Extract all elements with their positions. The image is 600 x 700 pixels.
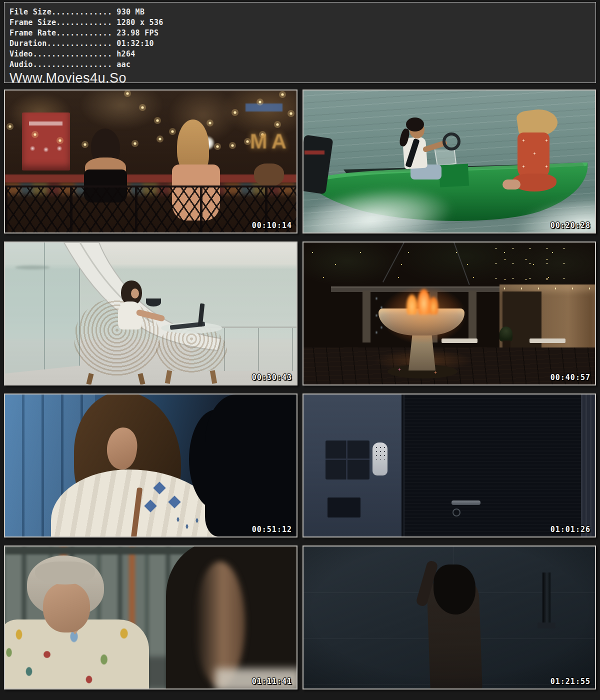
fairy-light-cluster bbox=[490, 242, 565, 282]
info-value: aac bbox=[112, 60, 130, 69]
screenshot-thumbnail-6: 01:01:26 bbox=[302, 394, 596, 538]
passenger-red-dress bbox=[518, 132, 550, 178]
thumbnail-image-shower bbox=[304, 546, 595, 688]
steering-wheel bbox=[442, 132, 460, 150]
timestamp-overlay: 01:21:55 bbox=[550, 677, 590, 686]
motor-stripe bbox=[304, 150, 324, 154]
info-value: 23.98 FPS bbox=[112, 28, 158, 38]
light-switch-panel-small bbox=[328, 498, 360, 518]
info-label: Frame Size bbox=[10, 18, 56, 27]
black-bowl bbox=[146, 298, 161, 306]
curtain-edge bbox=[581, 394, 595, 536]
info-line-video: Video.................h264 bbox=[10, 49, 588, 60]
info-value: 01:32:10 bbox=[112, 39, 154, 48]
info-value: 1280 x 536 bbox=[112, 18, 163, 27]
info-dots: .............. bbox=[47, 39, 112, 48]
foreground-silhouette bbox=[205, 394, 296, 536]
thumbnail-image-night-market: MA bbox=[5, 90, 296, 232]
market-sign-letters: MA bbox=[250, 130, 290, 154]
timestamp-overlay: 00:20:28 bbox=[550, 221, 590, 230]
info-dots: ............. bbox=[52, 8, 112, 16]
media-info-panel: File Size.............930 MB Frame Size.… bbox=[4, 2, 596, 83]
fire-glow bbox=[368, 278, 478, 352]
screenshot-thumbnail-5: 00:51:12 bbox=[4, 394, 298, 538]
info-label: Audio bbox=[10, 60, 33, 69]
timestamp-overlay: 00:51:12 bbox=[252, 525, 292, 534]
thumbnail-image-speedboat bbox=[304, 90, 595, 232]
info-dots: ............ bbox=[56, 28, 112, 38]
info-line-framerate: Frame Rate............23.98 FPS bbox=[10, 28, 588, 38]
info-line-framesize: Frame Size............1280 x 536 bbox=[10, 18, 588, 28]
screenshot-grid: MA 00:10:14 bbox=[4, 90, 596, 690]
info-dots: ............ bbox=[56, 18, 112, 27]
wooden-door bbox=[404, 394, 581, 536]
info-label: Frame Rate bbox=[10, 28, 56, 38]
table-leg bbox=[210, 370, 217, 384]
handbag bbox=[254, 164, 284, 186]
string-lights bbox=[5, 90, 296, 166]
gray-hair-fringe bbox=[35, 562, 95, 584]
embroidery-leaves bbox=[173, 514, 208, 534]
chair-leg bbox=[138, 373, 145, 385]
potted-plant bbox=[500, 326, 512, 342]
info-label: Duration bbox=[10, 39, 47, 48]
remote-buttons bbox=[374, 446, 386, 460]
screenshot-thumbnail-1: MA 00:10:14 bbox=[4, 90, 298, 234]
screenshot-thumbnail-8: 01:21:55 bbox=[302, 546, 596, 690]
chair-leg bbox=[86, 373, 94, 385]
info-label: Video bbox=[10, 50, 33, 58]
thumbnail-image-balcony bbox=[5, 242, 296, 384]
timestamp-overlay: 00:30:43 bbox=[252, 373, 292, 382]
screenshot-thumbnail-2: 00:20:28 bbox=[302, 90, 596, 234]
timestamp-overlay: 00:10:14 bbox=[252, 221, 292, 230]
info-dots: ................. bbox=[33, 50, 112, 58]
info-label: File Size bbox=[10, 8, 52, 16]
preview-sheet: File Size.............930 MB Frame Size.… bbox=[0, 0, 600, 692]
screenshot-thumbnail-4: 00:40:57 bbox=[302, 242, 596, 386]
bar-counter bbox=[5, 174, 296, 182]
site-watermark: Www.Movies4u.So bbox=[10, 70, 588, 86]
door-lock-rosette bbox=[452, 508, 460, 516]
thumbnail-image-courtyard bbox=[304, 242, 595, 384]
dark-vignette bbox=[304, 546, 595, 688]
screenshot-thumbnail-3: 00:30:43 bbox=[4, 242, 298, 386]
downlight-dots bbox=[500, 286, 595, 290]
dark-haired-man-face-edge bbox=[195, 562, 245, 686]
door-handle bbox=[452, 500, 480, 505]
plant-pot bbox=[502, 340, 510, 348]
table-leg bbox=[165, 370, 172, 384]
info-line-filesize: File Size.............930 MB bbox=[10, 7, 588, 18]
info-value: h264 bbox=[112, 50, 135, 58]
thumbnail-image-two-men bbox=[5, 546, 296, 688]
gray-haired-man-face bbox=[43, 582, 90, 632]
timestamp-overlay: 01:11:41 bbox=[252, 677, 292, 686]
light-switch-panel bbox=[326, 440, 370, 480]
timestamp-overlay: 01:01:26 bbox=[550, 525, 590, 534]
thumbnail-image-blouse-woman bbox=[5, 394, 296, 536]
seated-woman-face bbox=[131, 288, 139, 298]
bench bbox=[530, 338, 566, 343]
info-line-duration: Duration..............01:32:10 bbox=[10, 38, 588, 49]
passenger-legs bbox=[502, 180, 520, 190]
thumbnail-image-dark-door bbox=[304, 394, 595, 536]
info-value: 930 MB bbox=[112, 8, 144, 16]
info-line-audio: Audio.................aac bbox=[10, 60, 588, 70]
driver-hair bbox=[406, 118, 424, 132]
timestamp-overlay: 00:40:57 bbox=[550, 373, 590, 382]
screenshot-thumbnail-7: 01:11:41 bbox=[4, 546, 298, 690]
info-dots: ................. bbox=[33, 60, 112, 69]
wicker-egg-chair bbox=[74, 298, 160, 378]
